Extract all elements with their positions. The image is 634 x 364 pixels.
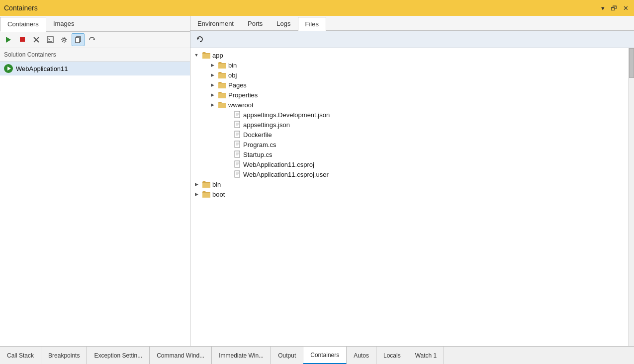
tab-output[interactable]: Output	[271, 347, 303, 364]
chevron-bin1	[208, 61, 216, 69]
tab-environment[interactable]: Environment	[190, 17, 241, 30]
right-tabs: Environment Ports Logs Files	[190, 16, 634, 31]
label-appsettings-dev: appsettings.Development.json	[243, 111, 330, 119]
file-tree-container: app bin	[190, 48, 634, 346]
tab-immediate-window[interactable]: Immediate Win...	[212, 347, 271, 364]
copy-button[interactable]	[72, 33, 85, 46]
tab-call-stack[interactable]: Call Stack	[0, 347, 41, 364]
file-icon-dockerfile	[234, 131, 242, 139]
tree-item-program-cs[interactable]: Program.cs	[190, 140, 628, 149]
tab-containers[interactable]: Containers	[0, 17, 46, 32]
tree-item-startup-cs[interactable]: Startup.cs	[190, 149, 628, 159]
right-panel: Environment Ports Logs Files	[190, 16, 634, 346]
tab-containers-bottom[interactable]: Containers	[303, 347, 347, 364]
vertical-scrollbar[interactable]	[628, 48, 634, 346]
svg-marker-10	[93, 38, 94, 40]
chevron-wwwroot	[208, 101, 216, 109]
label-bin-root: bin	[212, 181, 221, 188]
tree-item-dockerfile[interactable]: Dockerfile	[190, 130, 628, 140]
label-wwwroot: wwwroot	[228, 101, 254, 109]
left-toolbar	[0, 32, 190, 48]
label-obj: obj	[228, 72, 237, 79]
stop-button[interactable]	[16, 33, 29, 46]
folder-icon-properties	[218, 91, 227, 99]
tree-item-appsettings-dev[interactable]: appsettings.Development.json	[190, 110, 628, 120]
svg-rect-32	[235, 161, 240, 167]
tree-item-bin-root[interactable]: bin	[190, 179, 628, 189]
tab-locals[interactable]: Locals	[376, 347, 408, 364]
label-csproj: WebApplication11.csproj	[243, 161, 314, 168]
settings-button[interactable]	[58, 33, 71, 46]
tab-command-window[interactable]: Command Wind...	[150, 347, 212, 364]
label-bin1: bin	[228, 62, 237, 69]
terminal-button[interactable]	[44, 33, 57, 46]
label-program-cs: Program.cs	[243, 141, 276, 148]
label-app: app	[212, 52, 223, 59]
tab-images[interactable]: Images	[46, 17, 82, 31]
solution-header: Solution Containers	[0, 48, 190, 62]
file-icon-appsettings-dev	[234, 111, 242, 119]
svg-rect-1	[20, 37, 25, 42]
chevron-app	[192, 51, 200, 59]
file-icon-startup-cs	[234, 150, 242, 158]
main-area: Containers Images	[0, 16, 634, 346]
folder-icon-pages	[218, 81, 227, 89]
svg-rect-16	[235, 121, 240, 128]
tree-item-pages[interactable]: Pages	[190, 80, 628, 90]
folder-icon-app	[202, 51, 211, 59]
label-appsettings: appsettings.json	[243, 121, 290, 129]
tree-item-bin1[interactable]: bin	[190, 60, 628, 70]
tab-logs[interactable]: Logs	[270, 17, 297, 30]
svg-rect-20	[235, 131, 240, 138]
file-icon-csproj-user	[234, 170, 242, 178]
svg-marker-0	[6, 37, 11, 43]
container-item-webapplication11[interactable]: WebApplication11	[0, 62, 190, 75]
tree-item-properties[interactable]: Properties	[190, 90, 628, 100]
file-tree[interactable]: app bin	[190, 48, 628, 346]
file-icon-appsettings	[234, 121, 242, 129]
svg-marker-11	[197, 38, 199, 40]
tab-watch1[interactable]: Watch 1	[408, 347, 445, 364]
tree-item-obj[interactable]: obj	[190, 70, 628, 80]
chevron-boot	[192, 190, 200, 198]
tree-item-wwwroot[interactable]: wwwroot	[190, 100, 628, 110]
folder-icon-bin-root	[202, 180, 211, 188]
tree-item-appsettings[interactable]: appsettings.json	[190, 120, 628, 130]
scrollbar-thumb[interactable]	[629, 48, 634, 78]
tree-item-app[interactable]: app	[190, 50, 628, 60]
right-toolbar	[190, 31, 634, 48]
svg-line-5	[48, 39, 50, 40]
tree-item-csproj-user[interactable]: WebApplication11.csproj.user	[190, 169, 628, 179]
close-button[interactable]: ✕	[622, 4, 630, 12]
remove-button[interactable]	[30, 33, 43, 46]
tab-autos[interactable]: Autos	[347, 347, 376, 364]
folder-icon-bin1	[218, 61, 227, 69]
svg-rect-12	[235, 111, 240, 118]
label-csproj-user: WebApplication11.csproj.user	[243, 171, 329, 178]
tab-breakpoints[interactable]: Breakpoints	[41, 347, 87, 364]
left-tabs: Containers Images	[0, 16, 190, 32]
label-pages: Pages	[228, 81, 247, 89]
tree-item-boot[interactable]: boot	[190, 189, 628, 199]
bottom-tabs: Call Stack Breakpoints Exception Settin.…	[0, 346, 634, 364]
title-bar-controls: ▾ 🗗 ✕	[600, 4, 630, 12]
svg-rect-36	[235, 171, 240, 177]
title-bar: Containers ▾ 🗗 ✕	[0, 0, 634, 16]
folder-icon-boot	[202, 190, 211, 198]
start-button[interactable]	[2, 33, 15, 46]
file-icon-program-cs	[234, 141, 242, 148]
left-panel: Containers Images	[0, 16, 190, 346]
restore-button[interactable]: 🗗	[609, 4, 619, 12]
dropdown-button[interactable]: ▾	[600, 4, 606, 12]
tab-exception-settings[interactable]: Exception Settin...	[87, 347, 150, 364]
tab-ports[interactable]: Ports	[241, 17, 270, 30]
title: Containers	[4, 4, 38, 12]
tab-files[interactable]: Files	[298, 17, 326, 31]
label-properties: Properties	[228, 91, 258, 99]
tree-item-csproj[interactable]: WebApplication11.csproj	[190, 159, 628, 169]
files-refresh-button[interactable]	[193, 33, 206, 46]
file-icon-csproj	[234, 160, 242, 168]
chevron-pages	[208, 81, 216, 89]
chevron-obj	[208, 71, 216, 79]
refresh-button[interactable]	[86, 33, 98, 46]
